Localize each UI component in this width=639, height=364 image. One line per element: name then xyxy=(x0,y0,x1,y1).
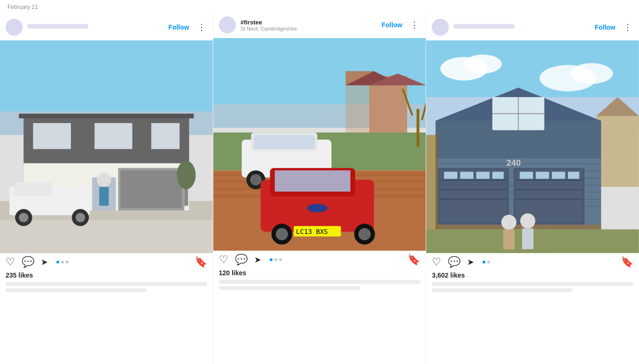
likes-row-1: 235 likes xyxy=(0,271,213,282)
user-info-1 xyxy=(27,24,162,31)
svg-rect-21 xyxy=(99,187,109,206)
svg-text:LC13 BXS: LC13 BXS xyxy=(296,228,328,235)
post-image-1 xyxy=(0,40,213,253)
likes-count-3: 3,602 likes xyxy=(432,271,465,279)
svg-point-20 xyxy=(97,173,111,187)
likes-count-2: 120 likes xyxy=(219,269,246,277)
share-button-2[interactable]: ➤ xyxy=(254,256,261,264)
svg-point-48 xyxy=(307,204,327,212)
likes-count-1: 235 likes xyxy=(6,271,33,279)
dot-indicator-1 xyxy=(56,261,69,263)
svg-rect-105 xyxy=(522,228,534,249)
svg-rect-2 xyxy=(0,215,213,253)
svg-point-63 xyxy=(570,63,613,84)
post-column-1: Follow ⋮ xyxy=(0,14,213,364)
svg-rect-96 xyxy=(552,172,565,179)
caption-area-1 xyxy=(0,282,213,364)
comment-button-1[interactable]: 💬 xyxy=(22,257,34,267)
svg-rect-83 xyxy=(441,189,507,190)
svg-rect-55 xyxy=(416,109,419,147)
username-placeholder-3 xyxy=(453,24,514,29)
username-2: #firstee xyxy=(241,19,375,26)
share-button-3[interactable]: ➤ xyxy=(467,258,474,266)
svg-rect-87 xyxy=(476,172,490,179)
svg-rect-91 xyxy=(516,180,582,181)
follow-button-2[interactable]: Follow xyxy=(380,21,404,29)
follow-button-3[interactable]: Follow xyxy=(593,23,617,31)
like-button-1[interactable]: ♡ xyxy=(6,257,15,267)
svg-rect-88 xyxy=(492,172,504,179)
svg-point-102 xyxy=(501,215,516,230)
svg-rect-84 xyxy=(441,199,507,200)
like-button-3[interactable]: ♡ xyxy=(432,257,441,267)
bookmark-button-2[interactable]: 🔖 xyxy=(407,255,420,265)
svg-point-61 xyxy=(464,54,502,73)
svg-rect-106 xyxy=(426,135,438,229)
post-actions-2: ♡ 💬 ➤ 🔖 xyxy=(213,251,426,269)
caption-area-3 xyxy=(426,282,639,364)
post-header-3: Follow ⋮ xyxy=(426,14,639,40)
svg-point-23 xyxy=(177,161,195,189)
post-actions-3: ♡ 💬 ➤ 🔖 xyxy=(426,253,639,271)
svg-point-17 xyxy=(19,213,28,222)
follow-button-1[interactable]: Follow xyxy=(166,23,191,31)
likes-row-2: 120 likes xyxy=(213,269,426,280)
svg-rect-85 xyxy=(444,172,458,179)
comment-button-3[interactable]: 💬 xyxy=(448,257,460,267)
user-info-3 xyxy=(453,24,588,31)
user-info-2: #firstee St Neot, Cambridgeshire xyxy=(241,19,375,31)
svg-rect-11 xyxy=(94,123,132,149)
svg-rect-103 xyxy=(503,229,514,249)
svg-rect-86 xyxy=(460,172,474,179)
like-button-2[interactable]: ♡ xyxy=(219,255,228,265)
avatar-1[interactable] xyxy=(6,19,23,36)
bookmark-button-3[interactable]: 🔖 xyxy=(621,257,633,267)
svg-rect-92 xyxy=(516,189,582,190)
post-header-2: #firstee St Neot, Cambridgeshire Follow … xyxy=(213,14,426,38)
date-label: February 21 xyxy=(0,0,639,14)
svg-rect-93 xyxy=(516,199,582,200)
svg-rect-97 xyxy=(568,172,579,179)
svg-rect-94 xyxy=(520,172,533,179)
svg-rect-39 xyxy=(253,135,315,149)
svg-rect-10 xyxy=(33,123,70,149)
svg-rect-46 xyxy=(274,170,350,192)
more-button-2[interactable]: ⋮ xyxy=(409,19,420,31)
avatar-2[interactable] xyxy=(219,16,236,33)
svg-point-41 xyxy=(250,174,261,186)
svg-rect-8 xyxy=(121,170,182,208)
svg-point-50 xyxy=(275,228,288,240)
feed-container: Follow ⋮ xyxy=(0,14,639,364)
dot-indicator-3 xyxy=(483,261,490,263)
caption-area-2 xyxy=(213,280,426,364)
bookmark-button-1[interactable]: 🔖 xyxy=(195,257,207,267)
more-button-1[interactable]: ⋮ xyxy=(196,22,207,33)
post-column-2: #firstee St Neot, Cambridgeshire Follow … xyxy=(213,14,427,364)
dot-indicator-2 xyxy=(270,258,282,261)
svg-rect-13 xyxy=(19,114,194,118)
svg-rect-27 xyxy=(369,76,407,142)
svg-point-19 xyxy=(76,213,85,222)
username-placeholder-1 xyxy=(27,24,88,29)
svg-rect-64 xyxy=(596,116,639,187)
more-button-3[interactable]: ⋮ xyxy=(622,22,633,33)
likes-row-3: 3,602 likes xyxy=(426,271,639,282)
avatar-3[interactable] xyxy=(432,19,449,36)
svg-point-52 xyxy=(358,228,370,240)
post-image-2: LC13 BXS xyxy=(213,38,426,251)
svg-rect-82 xyxy=(441,180,507,181)
svg-rect-99 xyxy=(436,225,601,229)
share-button-1[interactable]: ➤ xyxy=(41,258,48,266)
post-image-3: 240 xyxy=(426,40,639,253)
post-column-3: Follow ⋮ xyxy=(426,14,639,364)
svg-point-104 xyxy=(521,213,536,228)
svg-rect-12 xyxy=(151,123,179,149)
comment-button-2[interactable]: 💬 xyxy=(235,255,248,265)
svg-rect-95 xyxy=(536,172,549,179)
svg-text:240: 240 xyxy=(507,158,521,168)
post-actions-1: ♡ 💬 ➤ 🔖 xyxy=(0,253,213,271)
svg-rect-15 xyxy=(14,182,52,196)
post-header-1: Follow ⋮ xyxy=(0,14,213,40)
location-2: St Neot, Cambridgeshire xyxy=(241,26,375,31)
